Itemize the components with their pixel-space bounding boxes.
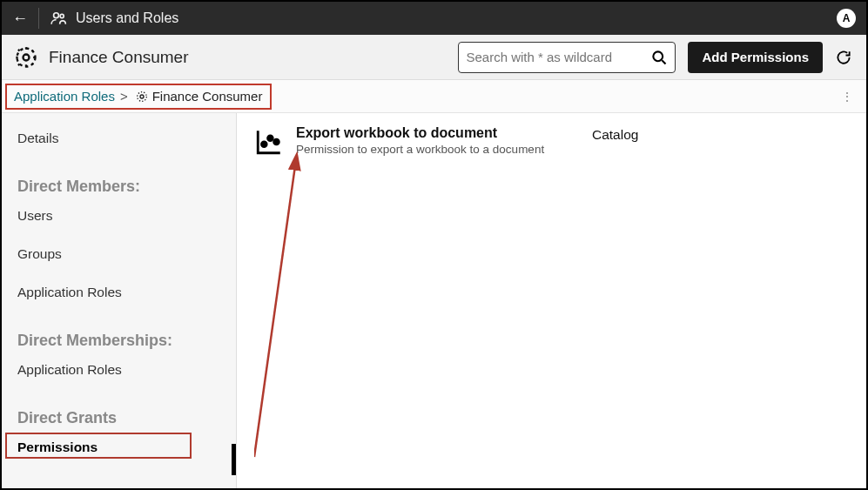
breadcrumb-gear-icon bbox=[135, 90, 149, 104]
svg-point-4 bbox=[654, 51, 663, 61]
search-input[interactable] bbox=[466, 50, 650, 64]
permission-row[interactable]: Export workbook to document Permission t… bbox=[254, 125, 849, 157]
users-roles-icon bbox=[50, 10, 67, 27]
sidebar-item-groups[interactable]: Groups bbox=[17, 241, 231, 267]
svg-point-8 bbox=[262, 142, 267, 147]
role-title: Finance Consumer bbox=[49, 48, 189, 67]
sidebar-item-permissions[interactable]: Permissions bbox=[17, 434, 231, 460]
sidebar-heading-memberships: Direct Memberships: bbox=[17, 332, 231, 350]
sidebar-item-details[interactable]: Details bbox=[17, 125, 231, 151]
add-permissions-button[interactable]: Add Permissions bbox=[688, 42, 823, 73]
chart-icon bbox=[254, 127, 284, 157]
svg-line-11 bbox=[254, 159, 296, 457]
annotation-arrow bbox=[254, 139, 306, 461]
sidebar-item-users[interactable]: Users bbox=[17, 203, 231, 229]
sidebar-item-app-roles-memberships[interactable]: Application Roles bbox=[17, 357, 231, 383]
svg-point-3 bbox=[17, 48, 36, 66]
permission-description: Permission to export a workbook to a doc… bbox=[296, 143, 557, 156]
sidebar-heading-grants: Direct Grants bbox=[17, 409, 231, 427]
svg-point-0 bbox=[54, 13, 59, 18]
page-title: Users and Roles bbox=[76, 10, 178, 26]
breadcrumb-root[interactable]: Application Roles bbox=[14, 89, 115, 104]
permission-category: Catalog bbox=[592, 127, 638, 143]
sidebar-item-app-roles-members[interactable]: Application Roles bbox=[17, 279, 231, 305]
back-button[interactable]: ← bbox=[12, 10, 28, 28]
selection-marker bbox=[232, 444, 236, 475]
breadcrumb-current: Finance Consumer bbox=[152, 89, 263, 104]
sidebar-heading-members: Direct Members: bbox=[17, 178, 231, 196]
svg-line-5 bbox=[663, 60, 666, 64]
kebab-menu[interactable]: ⋮ bbox=[841, 90, 854, 104]
breadcrumb-sep: > bbox=[120, 89, 128, 104]
avatar[interactable]: A bbox=[837, 9, 856, 28]
svg-point-9 bbox=[268, 136, 273, 141]
svg-point-1 bbox=[60, 14, 64, 17]
search-box[interactable] bbox=[458, 42, 676, 73]
svg-point-7 bbox=[137, 91, 146, 101]
role-gear-icon bbox=[14, 45, 38, 70]
sidebar: Details Direct Members: Users Groups App… bbox=[2, 113, 237, 490]
svg-point-6 bbox=[140, 95, 144, 98]
divider bbox=[38, 8, 39, 29]
refresh-button[interactable] bbox=[833, 42, 854, 73]
content-pane: Export workbook to document Permission t… bbox=[237, 113, 866, 490]
search-icon[interactable] bbox=[650, 49, 668, 66]
svg-point-10 bbox=[274, 139, 279, 144]
permission-title: Export workbook to document bbox=[296, 125, 557, 141]
svg-point-2 bbox=[24, 54, 30, 60]
